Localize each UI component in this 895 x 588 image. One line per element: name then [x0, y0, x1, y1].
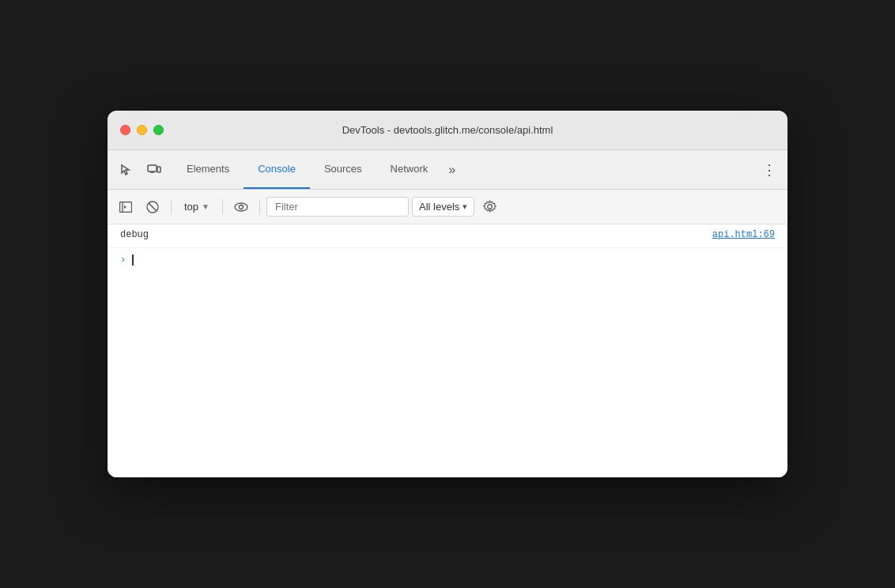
svg-point-9 — [239, 205, 243, 209]
console-toolbar: top ▼ All levels ▾ — [108, 190, 787, 224]
svg-rect-0 — [148, 165, 157, 172]
close-button[interactable] — [120, 125, 130, 135]
console-input-row[interactable]: › — [108, 248, 787, 272]
settings-icon — [483, 200, 497, 213]
clear-icon — [146, 201, 159, 213]
window-title: DevTools - devtools.glitch.me/console/ap… — [342, 124, 553, 136]
chevron-right-icon[interactable]: › — [120, 254, 126, 266]
devtools-menu-button[interactable]: ⋮ — [757, 158, 781, 182]
tabs-bar: Elements Console Sources Network » ⋮ — [108, 150, 787, 190]
svg-line-7 — [149, 203, 157, 211]
svg-point-8 — [235, 203, 247, 211]
show-log-button[interactable] — [229, 195, 253, 219]
svg-rect-1 — [157, 167, 160, 172]
device-icon — [147, 164, 161, 176]
tab-icons — [114, 158, 166, 182]
tab-network[interactable]: Network — [376, 150, 443, 189]
settings-button[interactable] — [478, 195, 501, 219]
console-debug-text: debug — [120, 229, 149, 240]
console-link[interactable]: api.html:69 — [712, 229, 775, 240]
tab-console[interactable]: Console — [244, 150, 310, 189]
sidebar-toggle-button[interactable] — [114, 195, 138, 219]
toolbar-divider-3 — [259, 199, 260, 215]
svg-marker-5 — [124, 205, 127, 209]
traffic-lights — [120, 125, 164, 135]
tab-elements[interactable]: Elements — [172, 150, 244, 189]
title-bar: DevTools - devtools.glitch.me/console/ap… — [108, 111, 787, 150]
console-cursor — [132, 254, 134, 266]
maximize-button[interactable] — [153, 125, 164, 135]
levels-selector[interactable]: All levels ▾ — [412, 197, 474, 217]
clear-console-button[interactable] — [141, 195, 164, 219]
eye-icon — [234, 202, 248, 212]
context-selector[interactable]: top ▼ — [178, 198, 216, 216]
svg-point-10 — [487, 205, 492, 209]
more-tabs-button[interactable]: » — [442, 150, 462, 189]
filter-input[interactable] — [266, 197, 409, 217]
device-toggle-button[interactable] — [142, 158, 166, 182]
console-content: debug api.html:69 › — [108, 224, 787, 477]
tabs: Elements Console Sources Network » — [172, 150, 757, 189]
toolbar-divider-2 — [222, 199, 223, 215]
sidebar-toggle-icon — [119, 202, 132, 213]
cursor-icon — [119, 164, 132, 176]
console-entry-debug: debug api.html:69 — [108, 224, 787, 248]
toolbar-divider-1 — [171, 199, 172, 215]
inspect-element-button[interactable] — [114, 158, 138, 182]
minimize-button[interactable] — [137, 125, 147, 135]
tab-sources[interactable]: Sources — [310, 150, 376, 189]
devtools-window: DevTools - devtools.glitch.me/console/ap… — [108, 111, 787, 477]
